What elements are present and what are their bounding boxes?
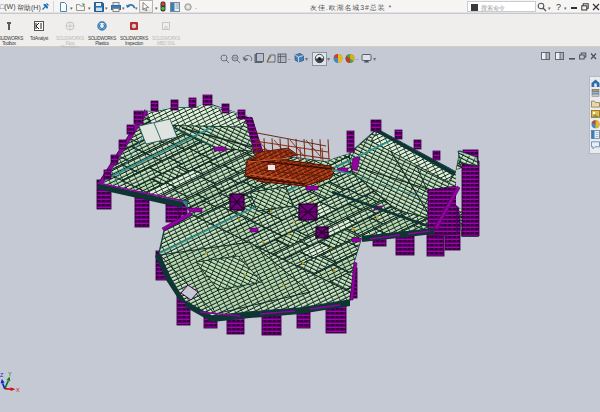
svg-text:-: -	[356, 55, 359, 62]
svg-text:Y: Y	[8, 371, 12, 377]
svg-text:Z: Z	[0, 372, 4, 378]
svg-text:▾: ▾	[305, 56, 308, 62]
svg-text:-: -	[288, 55, 291, 62]
svg-text:▾: ▾	[327, 56, 330, 62]
svg-text:X: X	[16, 387, 20, 393]
svg-text:▾: ▾	[373, 56, 376, 62]
